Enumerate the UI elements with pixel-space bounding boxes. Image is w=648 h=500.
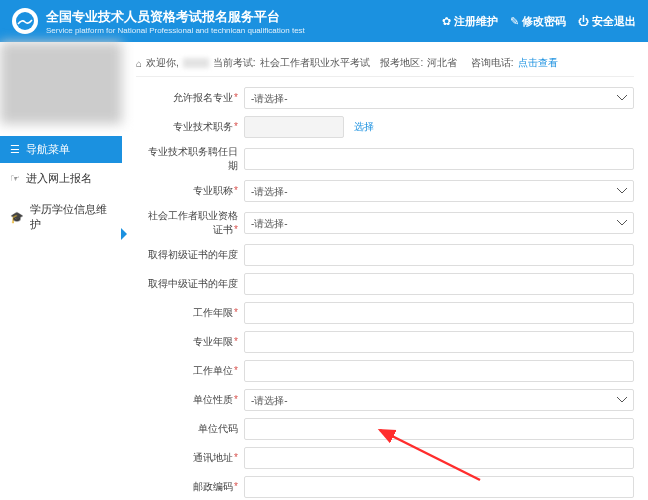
tel-link[interactable]: 点击查看 [518, 56, 558, 70]
header-links: ✿ 注册维护 ✎ 修改密码 ⏻ 安全退出 [442, 14, 636, 29]
field-pro-title[interactable]: -请选择- [244, 180, 634, 202]
top-header: 全国专业技术人员资格考试报名服务平台 Service platform for … [0, 0, 648, 42]
sidebar-item-edu[interactable]: 🎓 学历学位信息维护 [0, 194, 122, 240]
content: ⌂ 欢迎你, 当前考试: 社会工作者职业水平考试 报考地区: 河北省 咨询电话:… [122, 42, 648, 500]
link-exit[interactable]: ⏻ 安全退出 [578, 14, 636, 29]
sidebar-item-signup[interactable]: ☞ 进入网上报名 [0, 163, 122, 194]
form: 允许报名专业-请选择- 专业技术职务选择 专业技术职务聘任日期 专业职称-请选择… [136, 87, 634, 500]
site-title: 全国专业技术人员资格考试报名服务平台 [46, 8, 442, 26]
field-primary-year[interactable] [244, 244, 634, 266]
field-major[interactable]: -请选择- [244, 87, 634, 109]
field-work-years[interactable] [244, 302, 634, 324]
field-mid-year[interactable] [244, 273, 634, 295]
avatar [0, 42, 122, 124]
nav-title: ☰ 导航菜单 [0, 136, 122, 163]
field-tech-post [244, 116, 344, 138]
logo-icon [12, 8, 38, 34]
flag-icon [121, 228, 127, 240]
username-blur [183, 58, 209, 68]
link-register[interactable]: ✿ 注册维护 [442, 14, 498, 29]
field-address[interactable] [244, 447, 634, 469]
breadcrumb: ⌂ 欢迎你, 当前考试: 社会工作者职业水平考试 报考地区: 河北省 咨询电话:… [136, 50, 634, 77]
select-link[interactable]: 选择 [354, 120, 374, 134]
field-cert[interactable]: -请选择- [244, 212, 634, 234]
title-block: 全国专业技术人员资格考试报名服务平台 Service platform for … [46, 8, 442, 35]
home-icon[interactable]: ⌂ [136, 58, 142, 69]
field-zip[interactable] [244, 476, 634, 498]
field-pro-years[interactable] [244, 331, 634, 353]
sidebar: ☰ 导航菜单 ☞ 进入网上报名 🎓 学历学位信息维护 [0, 42, 122, 500]
field-appoint-date[interactable] [244, 148, 634, 170]
field-employer[interactable] [244, 360, 634, 382]
field-unit-code[interactable] [244, 418, 634, 440]
site-subtitle: Service platform for National Profession… [46, 26, 442, 35]
link-password[interactable]: ✎ 修改密码 [510, 14, 566, 29]
field-unit-type[interactable]: -请选择- [244, 389, 634, 411]
